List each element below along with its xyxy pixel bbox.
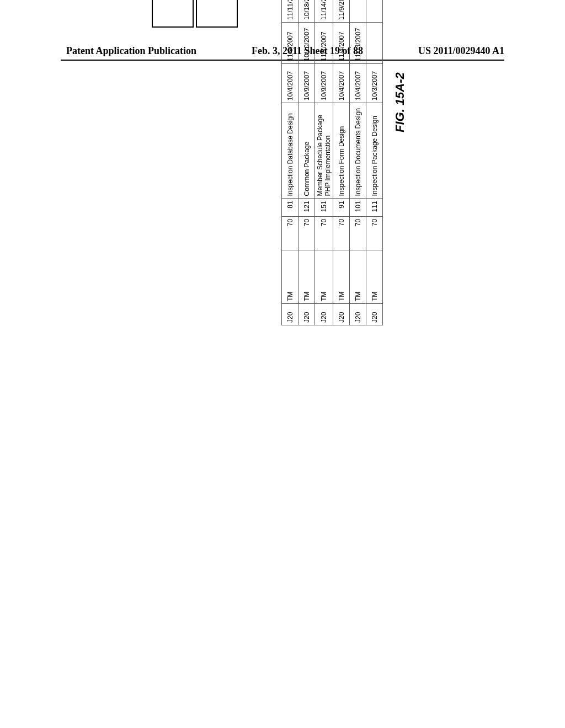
cell-rowid: 151 (315, 199, 333, 216)
cell-tm: TM (282, 250, 299, 303)
cell-code: 70 (366, 216, 383, 250)
cell-date3 (366, 0, 383, 22)
cell-code: 70 (315, 216, 333, 250)
figure-label-15a2: FIG. 15A-2 (393, 0, 407, 132)
cell-desc: Inspection Form Design (333, 103, 350, 199)
cell-job: J20 (350, 304, 366, 325)
cell-date3: 11/9/2007 (333, 0, 350, 22)
cell-date1: 10/3/2007 (366, 63, 383, 103)
cell-rowid: 121 (299, 199, 315, 216)
cell-date3: 10/18/2007 (299, 0, 315, 22)
table-row: J20 TM 70 81 Inspection Database Design … (282, 0, 299, 325)
cell-job: J20 (299, 304, 315, 325)
cell-code: 70 (350, 216, 366, 250)
cell-tm: TM (299, 250, 315, 303)
cell-rowid: 101 (350, 199, 366, 216)
table-row: J20 TM 70 111 Inspection Package Design … (366, 0, 383, 325)
cell-desc: Inspection Documents Design (350, 103, 366, 199)
cell-tm: TM (366, 250, 383, 303)
cell-tm: TM (315, 250, 333, 303)
cell-job: J20 (315, 304, 333, 325)
cell-rowid: 91 (333, 199, 350, 216)
table-row: J20 TM 70 151 Member Schedule Package PH… (315, 0, 333, 325)
cell-date3: 11/14/2007 (315, 0, 333, 22)
cell-date2: 11/7/2007 (315, 22, 333, 63)
table-row: J20 TM 70 91 Inspection Form Design 10/4… (333, 0, 350, 325)
cell-desc: Member Schedule Package PHP Implementati… (315, 103, 333, 199)
table-row: J20 TM 70 121 Common Package 10/9/2007 1… (299, 0, 315, 325)
rotated-figure-stage: J20 TM 70 81 Inspection Database Design … (281, 0, 407, 336)
cell-date1: 10/4/2007 (333, 63, 350, 103)
cell-date1: 10/4/2007 (350, 63, 366, 103)
header-right: US 2011/0029440 A1 (418, 45, 504, 57)
cell-date2: 11/4/2007 (333, 22, 350, 63)
cell-date1: 10/9/2007 (299, 63, 315, 103)
cell-date2: 11/9/2007 (282, 22, 299, 63)
cell-tm: TM (333, 250, 350, 303)
cell-code: 70 (299, 216, 315, 250)
cell-date2 (366, 22, 383, 63)
cell-job: J20 (333, 304, 350, 325)
table-row: J20 TM 70 101 Inspection Documents Desig… (350, 0, 366, 325)
cell-tm: TM (350, 250, 366, 303)
cell-job: J20 (282, 304, 299, 325)
figure-key-bottom-box: FIG. 15A-2 (196, 0, 238, 28)
cell-desc: Inspection Database Design (282, 103, 299, 199)
data-table: J20 TM 70 81 Inspection Database Design … (281, 0, 383, 325)
cell-date3: 11/11/2007 (282, 0, 299, 22)
cell-rowid: 111 (366, 199, 383, 216)
header-left: Patent Application Publication (66, 45, 196, 57)
cell-desc: Inspection Package Design (366, 103, 383, 199)
cell-job: J20 (366, 304, 383, 325)
cell-code: 70 (282, 216, 299, 250)
cell-desc: Common Package (299, 103, 315, 199)
cell-date1: 10/9/2007 (315, 63, 333, 103)
cell-date2: 10/10/2007 (299, 22, 315, 63)
figure-key-top-box: FIG. 15A-1 (152, 0, 194, 28)
cell-date2: 11/13/2007 (350, 22, 366, 63)
cell-code: 70 (333, 216, 350, 250)
cell-rowid: 81 (282, 199, 299, 216)
cell-date3 (350, 0, 366, 22)
cell-date1: 10/4/2007 (282, 63, 299, 103)
